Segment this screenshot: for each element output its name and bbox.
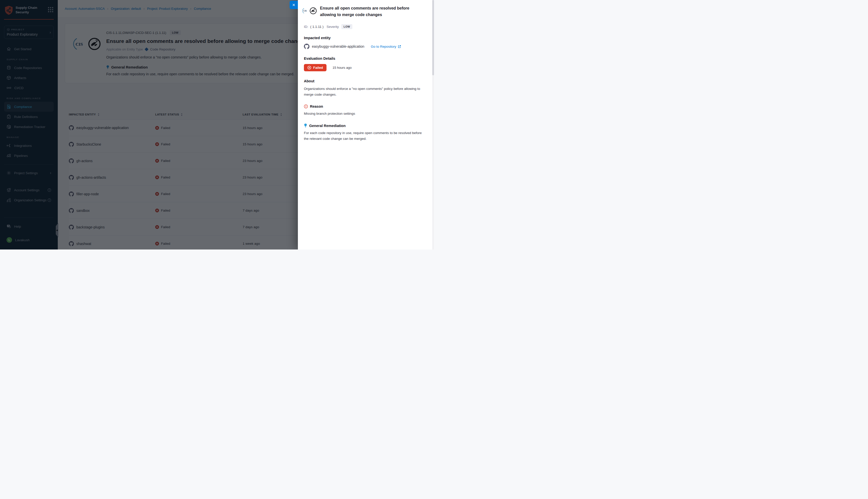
close-button[interactable]: ✕ — [290, 1, 298, 9]
go-to-repository-link[interactable]: Go to Repository — [371, 45, 401, 48]
general-remediation-text: For each code repository in use, require… — [304, 130, 422, 142]
severity-badge: LOW — [341, 24, 352, 29]
id-severity-row: ID: ( 1.1.11 ) Severity LOW — [304, 24, 425, 29]
cis-logo-icon — [302, 8, 308, 14]
status-label: Failed — [313, 66, 323, 70]
id-value: ( 1.1.11 ) — [310, 25, 324, 28]
drawer-title: Ensure all open comments are resolved be… — [320, 5, 424, 18]
github-icon — [304, 44, 310, 49]
rule-details-drawer: ✕ Ensure all open comments are resolved … — [298, 0, 434, 250]
impacted-entity-heading: Impacted entity — [304, 36, 425, 40]
about-text: Organizations should enforce a "no open … — [304, 86, 422, 98]
general-remediation-heading: General Remediation — [309, 124, 346, 128]
evaluation-row: Failed 15 hours ago — [304, 64, 425, 71]
about-heading: About — [304, 79, 425, 83]
entity-name: easybuggy-vulnerable-application — [312, 45, 364, 48]
owasp-logo-icon — [310, 7, 317, 14]
impacted-entity-row: easybuggy-vulnerable-application Go to R… — [304, 44, 425, 49]
scrollbar[interactable] — [432, 0, 434, 250]
link-label: Go to Repository — [371, 45, 396, 48]
evaluation-details-heading: Evaluation Details — [304, 57, 425, 61]
status-badge-failed: Failed — [304, 64, 326, 71]
scrollbar-thumb[interactable] — [432, 0, 434, 75]
alert-circle-icon — [304, 105, 308, 108]
id-label: ID: — [304, 25, 308, 28]
severity-label: Severity — [326, 25, 339, 28]
x-circle-icon — [308, 66, 311, 70]
reason-heading: Reason — [310, 105, 323, 108]
evaluation-time: 15 hours ago — [333, 66, 352, 70]
drawer-body: ID: ( 1.1.11 ) Severity LOW Impacted ent… — [298, 24, 434, 142]
lightbulb-icon — [304, 123, 307, 128]
reason-text: Missing branch protection settings — [304, 111, 422, 117]
external-link-icon — [398, 45, 401, 48]
drawer-header: Ensure all open comments are resolved be… — [298, 0, 434, 18]
